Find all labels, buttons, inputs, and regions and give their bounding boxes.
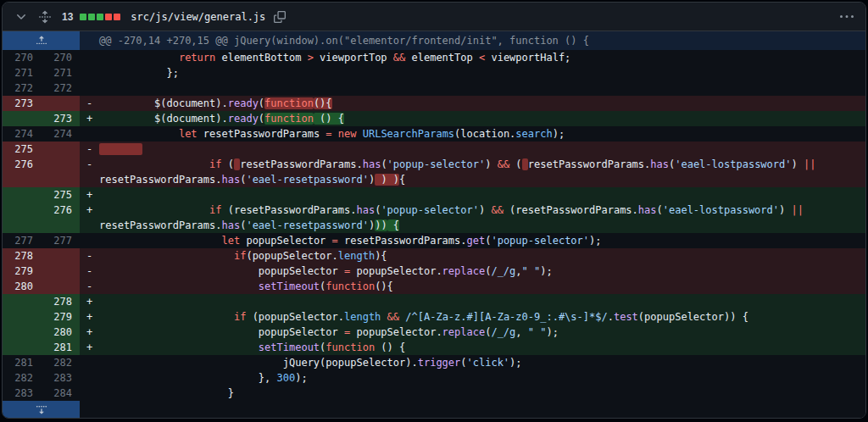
new-line-number[interactable]: 280 — [41, 325, 80, 340]
expand-up-button[interactable] — [3, 31, 80, 50]
old-line-number[interactable]: 282 — [3, 370, 41, 386]
code-cell: - if ( resetPasswordParams.has('popup-se… — [80, 157, 865, 187]
old-line-number[interactable]: 283 — [3, 386, 41, 401]
old-line-number[interactable]: 273 — [3, 96, 41, 111]
new-line-number[interactable] — [41, 96, 80, 111]
code-content: if (resetPasswordParams.has('popup-selec… — [99, 204, 810, 231]
diff-marker: + — [86, 294, 92, 309]
new-line-number[interactable]: 282 — [41, 355, 80, 370]
old-line-number[interactable]: 272 — [3, 81, 41, 96]
diff-marker: - — [86, 279, 92, 294]
code-cell: }; — [80, 65, 865, 81]
diff-row-context: 272272 — [3, 81, 865, 96]
new-line-number[interactable] — [41, 157, 80, 187]
file-header: 13 src/js/view/general.js — [3, 3, 865, 31]
file-options-button[interactable] — [838, 8, 855, 25]
old-line-number[interactable]: 276 — [3, 157, 41, 187]
new-line-number[interactable] — [41, 264, 80, 279]
fold-up-icon — [36, 35, 47, 47]
old-line-number[interactable] — [3, 309, 41, 325]
diff-marker: - — [86, 96, 92, 111]
old-line-number[interactable] — [3, 325, 41, 340]
code-cell: + if (resetPasswordParams.has('popup-sel… — [80, 203, 865, 233]
diff-row-del: 273- $(document).ready(function(){ — [3, 96, 865, 111]
new-line-number[interactable]: 279 — [41, 309, 80, 325]
new-line-number[interactable]: 273 — [41, 111, 80, 126]
old-line-number[interactable]: 274 — [3, 126, 41, 142]
diff-marker: - — [86, 142, 92, 157]
diff-body: @@ -270,14 +270,15 @@ jQuery(window).on(… — [3, 31, 865, 418]
diff-marker: + — [86, 187, 92, 203]
chevron-down-icon — [14, 10, 28, 24]
code-cell: - — [80, 142, 865, 157]
diff-row-del: 275- — [3, 142, 865, 157]
new-line-number[interactable]: 276 — [41, 203, 80, 233]
fold-down-icon — [36, 403, 47, 415]
diff-row-context: 274274 let resetPasswordParams = new URL… — [3, 126, 865, 142]
new-line-number[interactable]: 271 — [41, 65, 80, 81]
code-content: }, 300); — [99, 372, 308, 384]
diff-row-context: 282283 }, 300); — [3, 370, 865, 386]
old-line-number[interactable]: 280 — [3, 279, 41, 294]
new-line-number[interactable]: 275 — [41, 187, 80, 203]
new-line-number[interactable] — [41, 279, 80, 294]
code-cell: + — [80, 294, 865, 309]
code-cell — [80, 81, 865, 96]
diff-marker: - — [86, 264, 92, 279]
diff-row-del: 276- if ( resetPasswordParams.has('popup… — [3, 157, 865, 187]
hunk-header-row: @@ -270,14 +270,15 @@ jQuery(window).on(… — [3, 31, 865, 50]
new-line-number[interactable]: 272 — [41, 81, 80, 96]
old-line-number[interactable] — [3, 111, 41, 126]
diff-file-card: 13 src/js/view/general.js @@ -270,14 +27… — [2, 2, 866, 419]
old-line-number[interactable] — [3, 187, 41, 203]
old-line-number[interactable]: 279 — [3, 264, 41, 279]
diff-marker: + — [86, 325, 92, 340]
code-content: } — [99, 387, 234, 399]
old-line-number[interactable]: 278 — [3, 248, 41, 264]
code-content: $(document).ready(function(){ — [99, 97, 332, 109]
code-content: let resetPasswordParams = new URLSearchP… — [99, 128, 565, 140]
new-line-number[interactable]: 281 — [41, 340, 80, 355]
new-line-number[interactable]: 278 — [41, 294, 80, 309]
new-line-number[interactable]: 284 — [41, 386, 80, 401]
new-line-number[interactable] — [41, 248, 80, 264]
old-line-number[interactable]: 281 — [3, 355, 41, 370]
expand-all-button[interactable] — [36, 8, 53, 25]
code-content: $(document).ready(function () { — [99, 113, 344, 125]
code-cell: let resetPasswordParams = new URLSearchP… — [80, 126, 865, 142]
new-line-number[interactable]: 277 — [41, 233, 80, 248]
unfold-icon — [38, 10, 52, 24]
old-line-number[interactable] — [3, 340, 41, 355]
old-line-number[interactable]: 271 — [3, 65, 41, 81]
file-path-link[interactable]: src/js/view/general.js — [131, 11, 265, 23]
diff-row-context: 271271 }; — [3, 65, 865, 81]
diff-row-context: 270270 return elementBottom > viewportTo… — [3, 50, 865, 65]
new-line-number[interactable] — [41, 142, 80, 157]
diff-marker: + — [86, 111, 92, 126]
diff-row-add: 275+ — [3, 187, 865, 203]
copy-path-button[interactable] — [272, 9, 287, 25]
new-line-number[interactable]: 283 — [41, 370, 80, 386]
diffstat-added-block — [88, 14, 95, 20]
expand-down-button[interactable] — [3, 401, 80, 418]
code-cell: jQuery(popupSelector).trigger('click'); — [80, 355, 865, 370]
code-cell: }, 300); — [80, 370, 865, 386]
changes-count: 13 — [62, 11, 73, 23]
old-line-number[interactable]: 277 — [3, 233, 41, 248]
collapse-file-button[interactable] — [13, 8, 30, 25]
old-line-number[interactable]: 270 — [3, 50, 41, 65]
new-line-number[interactable]: 270 — [41, 50, 80, 65]
old-line-number[interactable]: 275 — [3, 142, 41, 157]
code-cell: + popupSelector = popupSelector.replace(… — [80, 325, 865, 340]
code-cell: - setTimeout(function(){ — [80, 279, 865, 294]
diff-marker: + — [86, 340, 92, 355]
diff-marker: - — [86, 157, 92, 172]
diff-row-del: 278- if(popupSelector.length){ — [3, 248, 865, 264]
new-line-number[interactable]: 274 — [41, 126, 80, 142]
code-cell: + setTimeout(function () { — [80, 340, 865, 355]
old-line-number[interactable] — [3, 203, 41, 233]
code-cell: - $(document).ready(function(){ — [80, 96, 865, 111]
code-cell: return elementBottom > viewportTop && el… — [80, 50, 865, 65]
old-line-number[interactable] — [3, 294, 41, 309]
diff-row-add: 281+ setTimeout(function () { — [3, 340, 865, 355]
